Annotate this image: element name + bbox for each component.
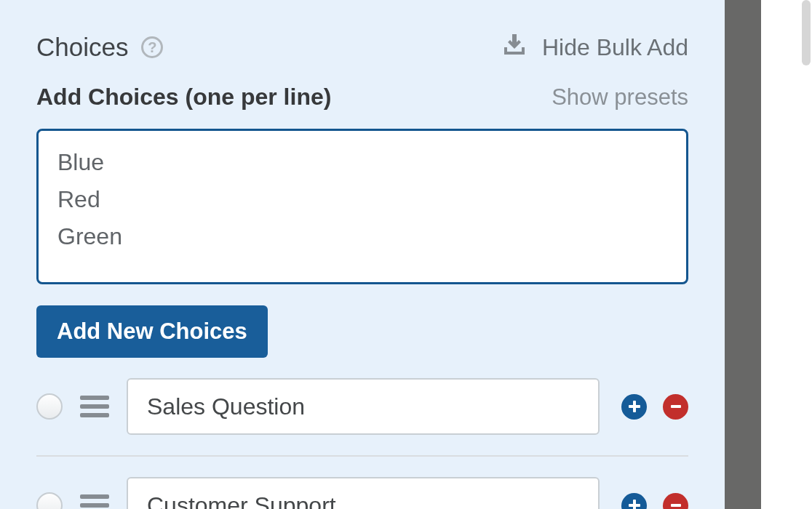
add-choice-button[interactable] — [621, 493, 647, 510]
panel-divider-white — [761, 0, 800, 509]
choice-row-actions — [621, 493, 688, 510]
add-new-choices-button[interactable]: Add New Choices — [36, 305, 268, 358]
choices-panel: Choices ? Hide Bulk Add Add Choices (one… — [0, 0, 725, 509]
add-choice-button[interactable] — [621, 394, 647, 420]
choice-text-input[interactable] — [127, 477, 600, 509]
choices-title: Choices — [36, 33, 128, 62]
download-icon — [503, 34, 526, 61]
choice-row — [36, 457, 688, 509]
add-choices-label: Add Choices (one per line) — [36, 84, 331, 111]
drag-handle-icon[interactable] — [80, 396, 109, 417]
svg-rect-6 — [671, 504, 681, 507]
help-icon[interactable]: ? — [141, 36, 163, 58]
bulk-choices-textarea[interactable] — [36, 129, 688, 284]
bulk-subheader: Add Choices (one per line) Show presets — [36, 84, 688, 111]
choices-title-group: Choices ? — [36, 33, 163, 62]
drag-handle-icon[interactable] — [80, 494, 109, 509]
radio-icon[interactable] — [36, 393, 63, 420]
choice-row — [36, 358, 688, 457]
scrollbar-thumb[interactable] — [802, 0, 811, 65]
svg-rect-3 — [671, 405, 681, 408]
radio-icon[interactable] — [36, 492, 63, 509]
remove-choice-button[interactable] — [663, 394, 688, 420]
scrollbar-track[interactable] — [800, 0, 812, 509]
show-presets-link[interactable]: Show presets — [552, 84, 688, 111]
remove-choice-button[interactable] — [663, 493, 688, 510]
hide-bulk-add-button[interactable]: Hide Bulk Add — [503, 34, 688, 61]
svg-rect-5 — [629, 504, 640, 507]
panel-divider-dark — [725, 0, 761, 509]
choice-text-input[interactable] — [127, 378, 600, 435]
svg-rect-0 — [512, 34, 517, 44]
choices-header: Choices ? Hide Bulk Add — [36, 33, 688, 62]
svg-rect-2 — [629, 405, 640, 408]
hide-bulk-add-label: Hide Bulk Add — [542, 34, 688, 61]
choice-row-actions — [621, 394, 688, 420]
